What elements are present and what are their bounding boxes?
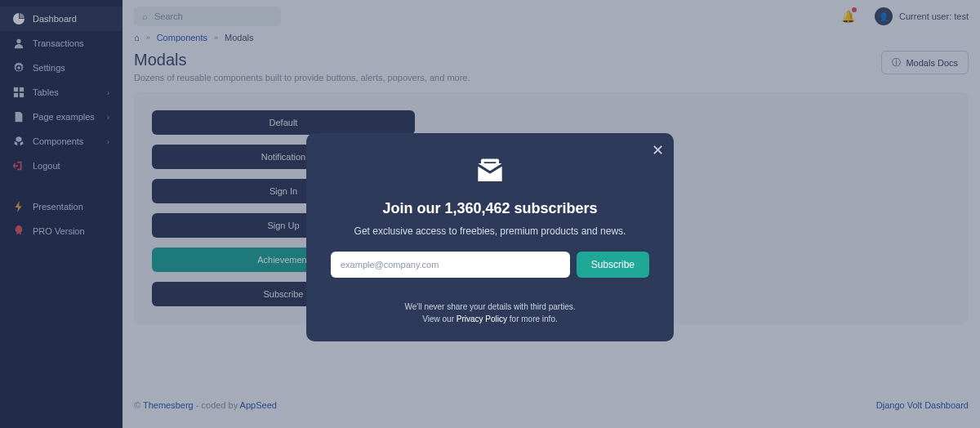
close-button[interactable]: ✕ — [652, 141, 664, 159]
subscribe-button[interactable]: Subscribe — [577, 252, 649, 278]
modal-title: Join our 1,360,462 subscribers — [331, 200, 649, 217]
envelope-icon — [331, 154, 649, 190]
close-icon: ✕ — [652, 142, 664, 158]
modal-footer-text: We'll never share your details with thir… — [331, 301, 649, 325]
modal-form: Subscribe — [331, 252, 649, 278]
modal-text: Get exclusive access to freebies, premiu… — [331, 225, 649, 237]
subscribe-modal: ✕ Join our 1,360,462 subscribers Get exc… — [306, 133, 674, 341]
email-input[interactable] — [331, 252, 570, 278]
privacy-policy-link[interactable]: Privacy Policy — [457, 314, 507, 323]
